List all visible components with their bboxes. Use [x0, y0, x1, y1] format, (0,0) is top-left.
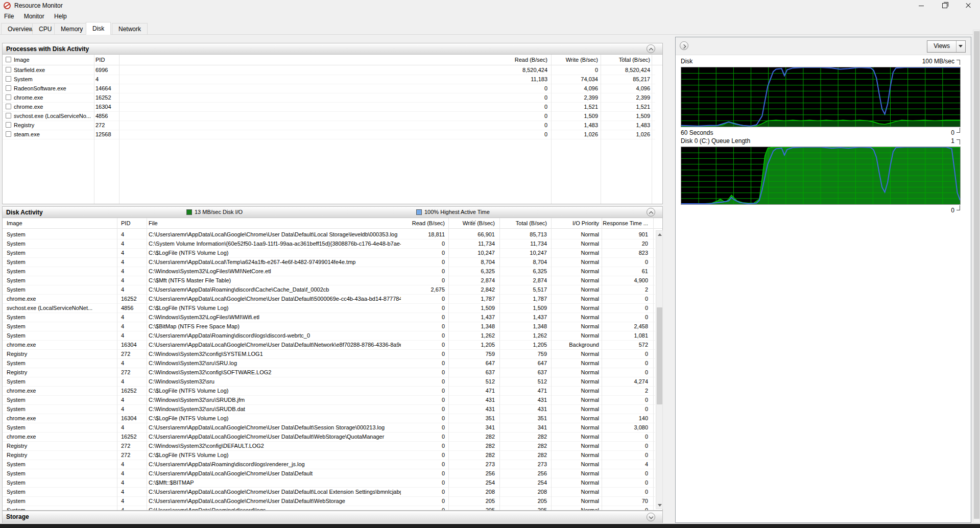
cell-response: 70: [597, 497, 648, 506]
tab-network[interactable]: Network: [112, 23, 148, 34]
collapse-panel-button[interactable]: [680, 41, 688, 50]
disk-activity-row[interactable]: System 4 C:\Windows\System32\sru\SRUDB.d…: [3, 405, 655, 414]
process-row[interactable]: RadeonSoftware.exe 14664 0 4,096 4,096: [3, 84, 655, 93]
row-checkbox[interactable]: [6, 104, 11, 109]
scroll-down-button[interactable]: [656, 501, 663, 509]
disk-activity-row[interactable]: System 4 C:\Windows\System32\LogFiles\WM…: [3, 313, 655, 322]
cell-pid: 272: [121, 350, 145, 358]
column-header-write[interactable]: Write (B/sec): [445, 218, 495, 228]
collapse-button[interactable]: [647, 208, 655, 217]
disk-activity-row[interactable]: System 4 C:\$BitMap (NTFS Free Space Map…: [3, 322, 655, 331]
views-dropdown[interactable]: Views: [927, 40, 966, 53]
cell-image: steam.exe: [14, 130, 92, 139]
process-row[interactable]: Starfield.exe 6996 8,520,424 0 8,520,424: [3, 66, 655, 75]
disk-activity-row[interactable]: System 4 C:\Users\aremr\AppData\Roaming\…: [3, 285, 655, 295]
select-all-checkbox[interactable]: [6, 57, 11, 62]
column-header-write[interactable]: Write (B/sec): [547, 55, 598, 65]
row-checkbox[interactable]: [6, 113, 11, 118]
menu-monitor[interactable]: Monitor: [20, 11, 49, 20]
disk-activity-row[interactable]: Registry 272 C:\$LogFile (NTFS Volume Lo…: [3, 451, 655, 460]
row-checkbox[interactable]: [6, 122, 11, 128]
disk-activity-row[interactable]: System 4 C:\Users\aremr\AppData\Local\Go…: [3, 230, 655, 239]
scroll-up-button[interactable]: [656, 231, 663, 238]
process-row[interactable]: svchost.exe (LocalServiceNo... 4856 0 1,…: [3, 112, 655, 121]
cell-response: 0: [597, 359, 648, 368]
cell-image: Registry: [7, 442, 115, 450]
disk-activity-row[interactable]: Registry 272 C:\Windows\System32\config\…: [3, 368, 655, 377]
disk-activity-row[interactable]: System 4 C:\$Mft (NTFS Master File Table…: [3, 276, 655, 285]
cell-read: 0: [394, 506, 445, 510]
disk-activity-row[interactable]: System 4 C:\Users\aremr\AppData\Local\Te…: [3, 258, 655, 267]
disk-activity-row[interactable]: System 4 C:\System Volume Information\{6…: [3, 239, 655, 249]
disk-table-scrollbar[interactable]: [656, 230, 663, 509]
row-checkbox[interactable]: [6, 131, 11, 137]
disk-activity-row[interactable]: chrome.exe 16304 C:\$LogFile (NTFS Volum…: [3, 414, 655, 423]
disk-activity-row[interactable]: Registry 272 C:\Windows\System32\config\…: [3, 350, 655, 359]
disk-activity-row[interactable]: System 4 C:\$LogFile (NTFS Volume Log) 0…: [3, 249, 655, 258]
cell-response: 0: [597, 368, 648, 377]
column-header-read[interactable]: Read (B/sec): [486, 55, 547, 65]
process-row[interactable]: steam.exe 12568 0 1,026 1,026: [3, 130, 655, 139]
dropdown-arrow-icon[interactable]: [956, 41, 965, 52]
disk-activity-row[interactable]: System 4 C:\Users\aremr\AppData\Roaming\…: [3, 460, 655, 469]
menu-bar: File Monitor Help: [0, 11, 980, 21]
column-header-total[interactable]: Total (B/sec): [496, 218, 547, 228]
close-button[interactable]: [957, 0, 980, 11]
disk-activity-row[interactable]: System 4 C:\Windows\System32\LogFiles\WM…: [3, 267, 655, 276]
cell-file: C:\Windows\System32\sru: [149, 377, 401, 386]
cell-read: 0: [394, 368, 445, 377]
column-header-image[interactable]: Image: [7, 218, 115, 228]
scrollbar-thumb[interactable]: [657, 307, 662, 404]
column-header-response[interactable]: Response Time ...: [597, 218, 648, 228]
restore-button[interactable]: [933, 0, 957, 11]
cell-image: System: [7, 285, 115, 294]
column-header-read[interactable]: Read (B/sec): [394, 218, 445, 228]
disk-activity-row[interactable]: System 4 C:\Users\aremr\AppData\Roaming\…: [3, 331, 655, 341]
disk-activity-row[interactable]: System 4 C:\Windows\System32\sru 0 512 5…: [3, 377, 655, 387]
process-row[interactable]: Registry 272 0 1,483 1,483: [3, 121, 655, 130]
process-row[interactable]: chrome.exe 16252 0 2,399 2,399: [3, 93, 655, 103]
cell-priority: Normal: [548, 414, 599, 423]
expand-button[interactable]: [647, 513, 655, 521]
row-checkbox[interactable]: [6, 85, 11, 91]
disk-activity-row[interactable]: System 4 C:\Users\aremr\AppData\Local\Go…: [3, 497, 655, 506]
disk-activity-row[interactable]: chrome.exe 16252 C:\Users\aremr\AppData\…: [3, 295, 655, 304]
process-row[interactable]: chrome.exe 16304 0 1,521 1,521: [3, 103, 655, 112]
window-scrollbar[interactable]: [973, 30, 980, 523]
column-header-priority[interactable]: I/O Priority: [548, 218, 599, 228]
process-row[interactable]: System 4 11,183 74,034 85,217: [3, 75, 655, 84]
cell-priority: Normal: [548, 442, 599, 450]
minimize-button[interactable]: [910, 0, 933, 11]
row-checkbox[interactable]: [6, 67, 11, 73]
column-header-image[interactable]: Image: [14, 55, 90, 65]
disk-activity-row[interactable]: System 4 C:\Users\aremr\AppData\Local\Go…: [3, 423, 655, 433]
section-title: Disk Activity: [6, 209, 43, 216]
disk-activity-row[interactable]: System 4 C:\Users\aremr\AppData\Local\Go…: [3, 488, 655, 497]
menu-help[interactable]: Help: [50, 11, 71, 20]
row-checkbox[interactable]: [6, 76, 11, 82]
tab-disk[interactable]: Disk: [86, 22, 111, 35]
cell-write: 2,842: [445, 285, 495, 294]
collapse-button[interactable]: [647, 44, 655, 53]
disk-activity-row[interactable]: System 4 C:\Users\aremr\AppData\Roaming\…: [3, 506, 655, 510]
disk-activity-row[interactable]: chrome.exe 16304 C:\Users\aremr\AppData\…: [3, 341, 655, 350]
row-checkbox[interactable]: [6, 94, 11, 100]
cell-total: 759: [496, 350, 547, 358]
views-label[interactable]: Views: [927, 41, 956, 52]
disk-activity-row[interactable]: System 4 C:\Windows\System32\sru\SRU.log…: [3, 359, 655, 368]
scrollbar-thumb[interactable]: [974, 31, 979, 519]
cell-pid: 16304: [121, 341, 145, 349]
disk-activity-row[interactable]: Registry 272 C:\Windows\System32\config\…: [3, 442, 655, 451]
tab-memory[interactable]: Memory: [54, 23, 89, 34]
disk-activity-row[interactable]: System 4 C:\$Mft::$BITMAP 0 254 254 Norm…: [3, 478, 655, 488]
column-header-pid[interactable]: PID: [95, 55, 118, 65]
cell-pid: 4: [121, 359, 145, 368]
disk-activity-row[interactable]: System 4 C:\Users\aremr\AppData\Local\Go…: [3, 469, 655, 478]
column-header-file[interactable]: File: [149, 218, 302, 228]
disk-activity-row[interactable]: chrome.exe 16252 C:\Users\aremr\AppData\…: [3, 433, 655, 442]
disk-activity-row[interactable]: System 4 C:\Windows\System32\sru\SRUDB.j…: [3, 396, 655, 405]
column-header-pid[interactable]: PID: [121, 218, 145, 228]
disk-activity-row[interactable]: svchost.exe (LocalServiceNoNet... 4856 C…: [3, 304, 655, 313]
menu-file[interactable]: File: [0, 11, 18, 20]
disk-activity-row[interactable]: chrome.exe 16252 C:\$LogFile (NTFS Volum…: [3, 387, 655, 396]
